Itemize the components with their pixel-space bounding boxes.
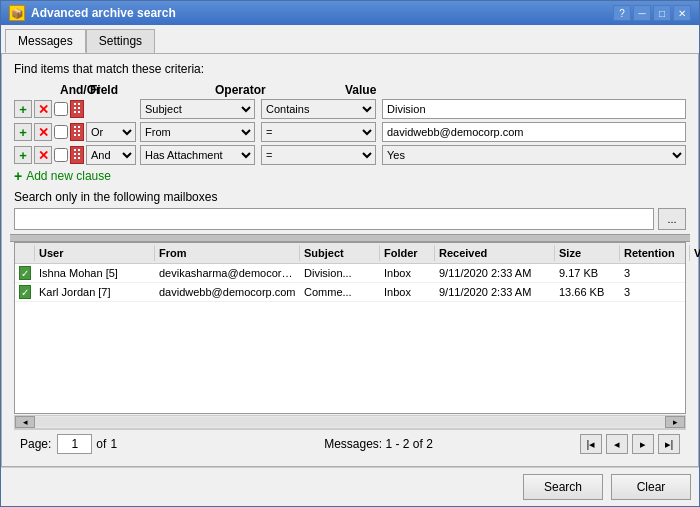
drag-handle-1[interactable]: [70, 100, 84, 118]
row-1-size: 9.17 KB: [555, 265, 620, 281]
scroll-track: [35, 417, 665, 427]
page-input[interactable]: [57, 434, 92, 454]
tab-messages[interactable]: Messages: [5, 29, 86, 53]
clause-2-value-input[interactable]: [382, 122, 686, 142]
svg-rect-17: [78, 157, 80, 159]
svg-rect-6: [74, 126, 76, 128]
row-1-subject: Division...: [300, 265, 380, 281]
clause-row-1: + ✕ Subject From To Has Attachment: [14, 99, 686, 119]
page-label: Page:: [20, 437, 51, 451]
drag-handle-3[interactable]: [70, 146, 84, 164]
clause-2-checkbox[interactable]: [54, 125, 68, 139]
nav-first-button[interactable]: |◂: [580, 434, 602, 454]
col-user: User: [35, 245, 155, 261]
clauses-container: + ✕ Subject From To Has Attachment: [14, 99, 686, 165]
nav-next-button[interactable]: ▸: [632, 434, 654, 454]
clause-2-field-select[interactable]: Subject From To Has Attachment Body: [140, 122, 255, 142]
check-icon-1: ✓: [19, 266, 31, 280]
row-2-user: Karl Jordan [7]: [35, 284, 155, 300]
results-section: User From Subject Folder Received Size R…: [10, 242, 690, 458]
bottom-bar: Search Clear: [1, 467, 699, 506]
add-clause-label: Add new clause: [26, 169, 111, 183]
col-size: Size: [555, 245, 620, 261]
svg-rect-0: [74, 103, 76, 105]
title-controls: ? ─ □ ✕: [613, 5, 691, 21]
clause-3-value-select[interactable]: Yes No: [382, 145, 686, 165]
clause-3-operator-select[interactable]: Contains Does not contain = !=: [261, 145, 376, 165]
maximize-button[interactable]: □: [653, 5, 671, 21]
svg-rect-2: [74, 107, 76, 109]
window-title: Advanced archive search: [31, 6, 176, 20]
svg-rect-1: [78, 103, 80, 105]
row-2-size: 13.66 KB: [555, 284, 620, 300]
minimize-button[interactable]: ─: [633, 5, 651, 21]
row-2-from: davidwebb@democorp.com: [155, 284, 300, 300]
clause-1-value-input[interactable]: [382, 99, 686, 119]
table-row[interactable]: ✓ Ishna Mohan [5] devikasharma@democorp.…: [15, 264, 685, 283]
clause-3-field-select[interactable]: Subject From To Has Attachment Body: [140, 145, 255, 165]
scroll-left-button[interactable]: ◂: [15, 416, 35, 428]
clause-row-3: + ✕ Or And Subject From: [14, 145, 686, 165]
add-clause-button[interactable]: + Add new clause: [14, 168, 686, 184]
add-clause-2-button[interactable]: +: [14, 123, 32, 141]
criteria-section: Find items that match these criteria: An…: [10, 62, 690, 234]
row-2-retention: 3: [620, 284, 685, 300]
col-ve: Ve: [690, 245, 700, 261]
clause-1-checkbox[interactable]: [54, 102, 68, 116]
clause-1-operator-select[interactable]: Contains Does not contain = !=: [261, 99, 376, 119]
browse-button[interactable]: ...: [658, 208, 686, 230]
pagination-bar: Page: of 1 Messages: 1 - 2 of 2 |◂ ◂ ▸ ▸…: [14, 429, 686, 458]
results-body: ✓ Ishna Mohan [5] devikasharma@democorp.…: [15, 264, 685, 413]
table-row[interactable]: ✓ Karl Jordan [7] davidwebb@democorp.com…: [15, 283, 685, 302]
col-from: From: [155, 245, 300, 261]
svg-rect-16: [74, 157, 76, 159]
svg-rect-9: [78, 130, 80, 132]
drag-handle-2[interactable]: [70, 123, 84, 141]
clause-row-2: + ✕ Or And Subject From: [14, 122, 686, 142]
tab-messages-content: Find items that match these criteria: An…: [1, 53, 699, 467]
col-subject: Subject: [300, 245, 380, 261]
col-retention: Retention: [620, 245, 690, 261]
header-operator: Operator: [215, 83, 345, 97]
row-1-check[interactable]: ✓: [15, 264, 35, 282]
search-button[interactable]: Search: [523, 474, 603, 500]
col-received: Received: [435, 245, 555, 261]
svg-rect-8: [74, 130, 76, 132]
svg-rect-10: [74, 134, 76, 136]
close-button[interactable]: ✕: [673, 5, 691, 21]
clause-1-field-select[interactable]: Subject From To Has Attachment Body: [140, 99, 255, 119]
remove-clause-2-button[interactable]: ✕: [34, 123, 52, 141]
results-table: User From Subject Folder Received Size R…: [14, 242, 686, 414]
clause-actions-1: + ✕: [14, 100, 84, 118]
svg-rect-5: [78, 111, 80, 113]
clause-3-andor-select[interactable]: Or And: [86, 145, 136, 165]
clear-button[interactable]: Clear: [611, 474, 691, 500]
remove-clause-1-button[interactable]: ✕: [34, 100, 52, 118]
add-clause-1-button[interactable]: +: [14, 100, 32, 118]
row-1-retention: 3: [620, 265, 685, 281]
row-1-received: 9/11/2020 2:33 AM: [435, 265, 555, 281]
nav-last-button[interactable]: ▸|: [658, 434, 680, 454]
add-clause-3-button[interactable]: +: [14, 146, 32, 164]
row-1-folder: Inbox: [380, 265, 435, 281]
remove-clause-3-button[interactable]: ✕: [34, 146, 52, 164]
nav-prev-button[interactable]: ◂: [606, 434, 628, 454]
results-header: User From Subject Folder Received Size R…: [15, 243, 685, 264]
window-icon: 📦: [9, 5, 25, 21]
clause-3-checkbox[interactable]: [54, 148, 68, 162]
row-2-check[interactable]: ✓: [15, 283, 35, 301]
tab-settings[interactable]: Settings: [86, 29, 155, 53]
help-button[interactable]: ?: [613, 5, 631, 21]
criteria-label: Find items that match these criteria:: [14, 62, 686, 76]
row-1-from: devikasharma@democorp.com: [155, 265, 300, 281]
scroll-right-button[interactable]: ▸: [665, 416, 685, 428]
clause-2-andor-select[interactable]: Or And: [86, 122, 136, 142]
main-window: 📦 Advanced archive search ? ─ □ ✕ Messag…: [0, 0, 700, 507]
row-2-subject: Comme...: [300, 284, 380, 300]
horizontal-scrollbar[interactable]: ◂ ▸: [14, 415, 686, 429]
mailboxes-input[interactable]: [14, 208, 654, 230]
header-value: Value: [345, 83, 686, 97]
header-field: Field: [90, 83, 215, 97]
svg-rect-12: [74, 149, 76, 151]
clause-2-operator-select[interactable]: Contains Does not contain = !=: [261, 122, 376, 142]
